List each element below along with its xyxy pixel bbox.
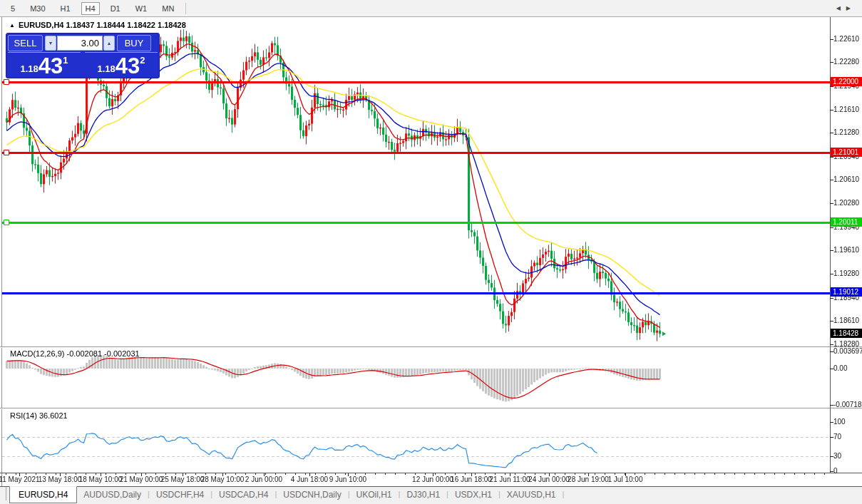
time-axis-label: 28 Jun 19:00 — [568, 475, 609, 483]
time-axis-label: 28 May 10:00 — [201, 475, 245, 483]
timeframe-button-m30[interactable]: M30 — [26, 2, 49, 15]
time-axis-label: 21 May 00:00 — [120, 475, 163, 483]
tab-usdx-h1[interactable]: USDX,H1 — [448, 487, 498, 502]
tab-eurusd-h4[interactable]: EURUSD,H4 — [9, 486, 77, 503]
chart-tab-bar: EURUSD,H4AUDUSD,Daily|USDCHF,H4|USDCAD,H… — [0, 486, 862, 504]
price-tick-label: 1.21610 — [833, 106, 861, 113]
price-tick-label: 1.20280 — [833, 199, 861, 207]
price-line-tag: 1.20011 — [831, 217, 862, 227]
one-click-trade-panel: SELL ▼ 3.00 ▲ BUY 1.18431 1.18432 — [6, 33, 160, 78]
tab-usdchf-h4[interactable]: USDCHF,H4 — [150, 487, 210, 502]
sell-price-prefix: 1.18 — [20, 63, 38, 74]
price-line-tag: 1.21001 — [831, 148, 862, 157]
mt4-window: 5M30H1H4D1W1MN ▲EURUSD,H4 1.18437 1.1844… — [0, 0, 862, 504]
time-axis-label: 24 Jun 00:00 — [528, 475, 570, 483]
tab-scroll-buttons: ◀▶ — [836, 5, 856, 11]
time-axis-label: 13 May 18:00 — [39, 475, 82, 483]
price-line-tag: 1.19012 — [831, 287, 862, 297]
tab-scroll-left-icon[interactable]: ◀ — [836, 5, 846, 11]
time-axis-label: 9 Jun 10:00 — [329, 475, 366, 483]
sell-underline — [8, 52, 81, 53]
toolbar-separator — [185, 3, 186, 14]
sell-price-big: 43 — [39, 53, 63, 78]
time-axis-label: 25 May 18:00 — [161, 475, 205, 483]
buy-price-prefix: 1.18 — [97, 63, 115, 74]
time-axis-label: 18 May 10:00 — [79, 475, 123, 483]
macd-tick-label: -0.007187 — [833, 401, 861, 408]
rsi-tick-label: 70 — [833, 433, 861, 441]
time-axis-label: 16 Jun 18:00 — [451, 475, 492, 483]
buy-price-sup: 2 — [140, 55, 145, 66]
tab-separator: | — [563, 487, 565, 498]
sell-price-sup: 1 — [63, 55, 68, 66]
price-tick-label: 1.22280 — [833, 58, 861, 66]
price-tick-label: 1.19280 — [833, 269, 861, 277]
rsi-tick-label: 30 — [833, 452, 861, 460]
price-tick-label: 1.18610 — [833, 317, 861, 324]
rsi-label: RSI(14) 36.6021 — [10, 411, 68, 420]
timeframe-button-mn[interactable]: MN — [158, 2, 178, 15]
tab-strip-handle[interactable] — [0, 487, 6, 500]
tab-dj30-h1[interactable]: DJ30,H1 — [400, 487, 446, 502]
timeframe-toolbar: 5M30H1H4D1W1MN — [0, 0, 862, 17]
tab-usdcad-h4[interactable]: USDCAD,H4 — [212, 487, 274, 502]
sell-price-display[interactable]: 1.18431 — [8, 53, 81, 76]
time-axis-label: 2 Jun 00:00 — [245, 475, 282, 483]
symbol-marker-icon: ▲ — [9, 22, 15, 29]
buy-underline — [85, 52, 158, 53]
tab-usdcnh-daily[interactable]: USDCNH,Daily — [277, 487, 347, 502]
current-price-tag: 1.18428 — [831, 329, 862, 338]
price-line-tag: 1.22000 — [831, 77, 862, 86]
time-axis-label: 12 Jun 00:00 — [412, 475, 453, 483]
macd-tick-label: 0.003697 — [833, 347, 861, 355]
sell-button[interactable]: SELL — [8, 35, 43, 51]
tab-scroll-right-icon[interactable]: ▶ — [846, 5, 856, 11]
chart-ohlc: 1.18437 1.18444 1.18422 1.18428 — [66, 21, 186, 29]
tab-ukoil-h1[interactable]: UKOil,H1 — [350, 487, 399, 502]
price-tick-label: 1.21280 — [833, 128, 861, 136]
chart-title: ▲EURUSD,H4 1.18437 1.18444 1.18422 1.184… — [9, 21, 186, 29]
time-axis-label: 21 Jun 11:00 — [489, 475, 530, 483]
time-axis-label: 4 Jun 18:00 — [291, 475, 328, 483]
timeframe-button-h1[interactable]: H1 — [56, 2, 75, 15]
price-tick-label: 1.22610 — [833, 35, 861, 43]
price-tick-label: 1.19610 — [833, 246, 861, 254]
rsi-tick-label: 0 — [833, 467, 861, 475]
rsi-tick-label: 100 — [833, 418, 861, 426]
macd-label: MACD(12,26,9) -0.002081 -0.002031 — [10, 349, 140, 358]
timeframe-button-w1[interactable]: W1 — [131, 2, 152, 15]
tab-audusd-daily[interactable]: AUDUSD,Daily — [77, 487, 148, 502]
volume-input[interactable]: 3.00 — [57, 36, 103, 51]
time-axis-label: 11 May 2021 — [0, 475, 40, 483]
volume-increase-button[interactable]: ▲ — [103, 36, 115, 51]
timeframe-button-h4[interactable]: H4 — [81, 2, 100, 15]
buy-price-big: 43 — [116, 53, 140, 78]
price-tick-label: 1.20610 — [833, 175, 861, 183]
time-axis-label: 1 Jul 10:00 — [608, 475, 643, 483]
timeframe-button-5[interactable]: 5 — [6, 2, 19, 15]
buy-button[interactable]: BUY — [117, 35, 151, 51]
chart-symbol: EURUSD,H4 — [19, 21, 64, 29]
macd-tick-label: 0.00 — [833, 364, 861, 372]
volume-decrease-button[interactable]: ▼ — [45, 36, 56, 51]
tab-xauusd-h1[interactable]: XAUUSD,H1 — [501, 487, 563, 502]
buy-price-display[interactable]: 1.18432 — [85, 53, 158, 76]
timeframe-button-d1[interactable]: D1 — [106, 2, 125, 15]
